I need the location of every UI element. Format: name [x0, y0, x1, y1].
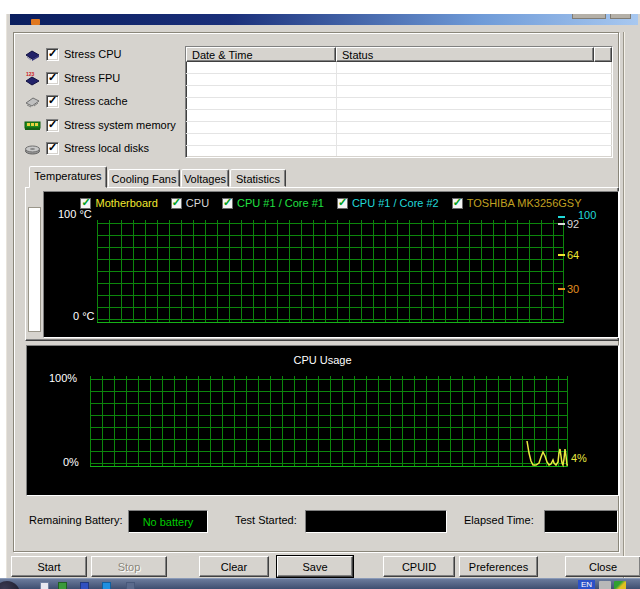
minimize-maximize-buttons[interactable] — [572, 14, 606, 19]
cpu-icon — [24, 47, 41, 62]
close-button[interactable]: Close — [565, 556, 640, 577]
column-header-datetime[interactable]: Date & Time — [186, 47, 336, 62]
start-button[interactable]: Start — [11, 556, 87, 577]
legend-checkbox-core1[interactable] — [222, 198, 233, 209]
temp-axis-min: 0 °C — [73, 310, 95, 322]
temp-tick-cpu — [558, 223, 565, 225]
legend-checkbox-cpu[interactable] — [171, 198, 182, 209]
cpu-usage-chart: CPU Usage 100% 0% 4% — [26, 345, 619, 496]
quicklaunch-app-icon[interactable] — [58, 582, 67, 589]
stress-cache-checkbox[interactable] — [46, 95, 59, 108]
temp-tick-core2 — [558, 216, 565, 218]
table-row — [186, 98, 612, 110]
table-row — [186, 110, 612, 122]
temp-axis-max: 100 °C — [58, 208, 92, 220]
legend-label-core1: CPU #1 / Core #1 — [237, 197, 324, 209]
tab-statistics[interactable]: Statistics — [230, 169, 286, 187]
stop-button: Stop — [91, 556, 167, 577]
app-icon — [31, 19, 40, 25]
legend-label-cpu: CPU — [186, 197, 209, 209]
temperature-grid — [97, 220, 564, 323]
stress-cpu-checkbox[interactable] — [46, 48, 59, 61]
temp-reading-disk: 30 — [567, 283, 579, 295]
temperature-scrollbar[interactable] — [28, 207, 41, 332]
battery-value: No battery — [143, 516, 194, 528]
quicklaunch-grid-icon[interactable] — [102, 582, 111, 589]
cpuid-button[interactable]: CPUID — [383, 556, 455, 577]
legend-label-toshiba-disk: TOSHIBA MK3256GSY — [467, 197, 582, 209]
temp-reading-motherboard: 64 — [567, 249, 579, 261]
legend-item-toshiba-disk: TOSHIBA MK3256GSY — [452, 197, 582, 209]
stress-memory-row: Stress system memory — [24, 117, 194, 133]
temperature-chart: Motherboard CPU CPU #1 / Core #1 CPU #1 … — [43, 191, 619, 338]
start-button-orb[interactable] — [0, 581, 20, 589]
stress-fpu-row: 123 Stress FPU — [24, 70, 194, 86]
stress-disks-row: Stress local disks — [24, 140, 194, 156]
elapsed-time-label: Elapsed Time: — [464, 514, 534, 526]
elapsed-time-display — [544, 510, 618, 533]
log-table-body — [186, 62, 612, 158]
stress-cpu-row: Stress CPU — [24, 46, 194, 62]
tray-icon-color[interactable] — [614, 581, 626, 589]
temp-reading-core2: 100 — [578, 209, 596, 221]
log-table-header: Date & Time Status — [186, 47, 612, 62]
temperature-legend: Motherboard CPU CPU #1 / Core #1 CPU #1 … — [44, 197, 618, 209]
tab-cooling-fans[interactable]: Cooling Fans — [108, 169, 180, 187]
cache-icon — [24, 94, 41, 109]
app-window: Stress CPU 123 Stress FPU Stress cache S… — [6, 14, 640, 578]
test-started-display — [305, 510, 447, 533]
legend-label-core2: CPU #1 / Core #2 — [352, 197, 439, 209]
stress-cache-row: Stress cache — [24, 93, 194, 109]
stress-memory-checkbox[interactable] — [46, 119, 59, 132]
cpu-usage-value: 4% — [571, 452, 587, 464]
table-row — [186, 146, 612, 158]
table-row — [186, 86, 612, 98]
table-row — [186, 62, 612, 74]
stress-cache-label: Stress cache — [64, 95, 128, 107]
legend-checkbox-core2[interactable] — [337, 198, 348, 209]
legend-checkbox-toshiba-disk[interactable] — [452, 198, 463, 209]
temp-tick-motherboard — [558, 254, 565, 256]
stress-fpu-label: Stress FPU — [64, 72, 120, 84]
log-table[interactable]: Date & Time Status — [185, 46, 613, 158]
clear-button[interactable]: Clear — [199, 556, 269, 577]
stress-cpu-label: Stress CPU — [64, 48, 121, 60]
table-row — [186, 122, 612, 134]
memory-icon — [24, 118, 41, 133]
temp-tick-disk — [558, 288, 565, 290]
close-window-button[interactable] — [610, 14, 631, 19]
quicklaunch-faint-icon[interactable] — [126, 582, 135, 589]
quicklaunch-document-icon[interactable] — [40, 582, 49, 589]
test-started-label: Test Started: — [235, 514, 297, 526]
column-header-status[interactable]: Status — [336, 47, 594, 62]
stress-disks-label: Stress local disks — [64, 142, 149, 154]
tab-temperatures[interactable]: Temperatures — [29, 166, 107, 188]
table-row — [186, 134, 612, 146]
window-inner-frame — [623, 32, 625, 580]
fpu-icon: 123 — [24, 71, 41, 86]
stress-fpu-checkbox[interactable] — [46, 72, 59, 85]
cpu-chart-title: CPU Usage — [27, 354, 618, 366]
cpu-usage-line — [90, 379, 568, 467]
save-button[interactable]: Save — [277, 556, 353, 577]
quicklaunch-floppy-icon[interactable] — [80, 582, 89, 589]
stress-disks-checkbox[interactable] — [46, 142, 59, 155]
tab-voltages[interactable]: Voltages — [181, 169, 229, 187]
legend-item-cpu: CPU — [171, 197, 209, 209]
desktop-background — [0, 0, 640, 14]
table-row — [186, 74, 612, 86]
battery-display: No battery — [128, 510, 208, 533]
cpu-axis-max: 100% — [49, 372, 77, 384]
cpu-axis-min: 0% — [63, 456, 79, 468]
tray-icon-gray[interactable] — [599, 581, 611, 589]
title-bar[interactable] — [10, 14, 638, 25]
preferences-button[interactable]: Preferences — [459, 556, 538, 577]
windows-taskbar[interactable]: EN — [0, 578, 640, 589]
disk-icon — [24, 141, 41, 156]
legend-checkbox-motherboard[interactable] — [80, 198, 91, 209]
legend-item-core1: CPU #1 / Core #1 — [222, 197, 324, 209]
column-divider — [336, 62, 337, 156]
legend-item-motherboard: Motherboard — [80, 197, 157, 209]
legend-item-core2: CPU #1 / Core #2 — [337, 197, 439, 209]
language-indicator[interactable]: EN — [578, 580, 595, 589]
